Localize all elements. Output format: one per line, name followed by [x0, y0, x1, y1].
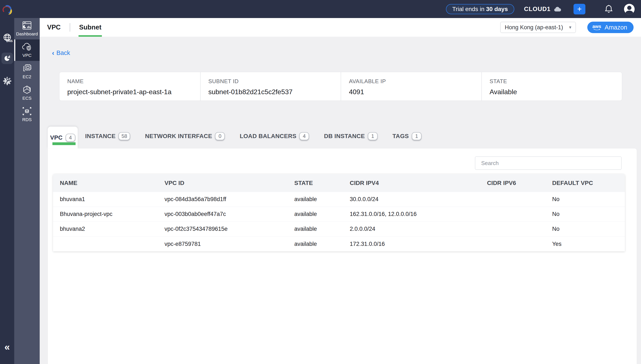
main-area: VPC Subnet Hong Kong (ap-east-1) ▾ aws A… [40, 18, 641, 364]
field-label: NAME [67, 78, 200, 85]
content-area: ‹ Back NAME project-subnet-private1-ap-e… [40, 37, 641, 364]
tab-count-badge: 4 [66, 134, 75, 142]
tab-count-badge: 4 [299, 132, 309, 140]
sidebar-item-label: ECS [22, 96, 32, 101]
icon-rail: DNS [0, 0, 14, 364]
ecs-container-icon [22, 85, 32, 94]
tab-network-interface[interactable]: NETWORK INTERFACE 0 [138, 127, 232, 146]
cell-default-vpc: Yes [545, 236, 625, 251]
cell-name [53, 236, 158, 251]
cell-cidr-ipv4: 30.0.0.0/24 [343, 192, 480, 206]
tab-content-panel: NAME VPC ID STATE CIDR IPV4 CIDR IPV6 DE… [48, 148, 637, 364]
collapse-sidebar-button[interactable]: « [0, 341, 14, 352]
cell-name: bhuvana1 [53, 192, 158, 206]
tab-label: VPC [50, 134, 63, 141]
search-input[interactable] [475, 156, 621, 170]
app-logo[interactable] [2, 4, 13, 16]
cell-cidr-ipv6 [480, 222, 545, 236]
sidebar-item-dns[interactable]: DNS [0, 33, 14, 43]
tab-load-balancers[interactable]: LOAD BALANCERS 4 [232, 127, 316, 146]
topbar: Trial ends in 30 days CLOUD1 + [0, 0, 641, 18]
avatar-shoulders [625, 10, 633, 14]
field-value: subnet-01b82d21c5c2fe537 [208, 88, 341, 96]
active-tab-underline [79, 35, 102, 37]
cell-vpc-id: vpc-003b0ab0eeff47a7c [158, 207, 288, 222]
table-row[interactable]: bhuvana1 vpc-084d3a56a7b98d1ff available… [53, 192, 625, 207]
tab-vpc[interactable]: VPC 4 [48, 127, 78, 148]
sidebar-item-monitoring[interactable] [0, 52, 14, 64]
sidebar-item-label: RDS [22, 117, 32, 122]
back-label: Back [57, 50, 70, 56]
add-button[interactable]: + [573, 4, 585, 14]
avatar-head [627, 6, 631, 10]
chevron-down-icon: ▾ [569, 24, 571, 30]
header-tab-subnet[interactable]: Subnet [78, 18, 102, 37]
sidebar-item-vpc[interactable]: VPC [14, 40, 40, 61]
pie-chart-icon [2, 52, 13, 64]
sidebar-item-dashboard[interactable]: Dashboard [14, 18, 40, 40]
cloud-icon [553, 6, 561, 12]
tab-label: DB INSTANCE [324, 133, 365, 140]
cell-state: available [288, 192, 343, 206]
service-sidebar: Dashboard VPC EC2 [14, 18, 40, 364]
vpc-table: NAME VPC ID STATE CIDR IPV4 CIDR IPV6 DE… [53, 174, 625, 251]
table-row[interactable]: bhuvana2 vpc-0f2c375434789615e available… [53, 222, 625, 236]
cell-vpc-id: vpc-0f2c375434789615e [158, 222, 288, 236]
tab-tags[interactable]: TAGS 1 [385, 127, 429, 146]
gear-wrench-icon [3, 76, 12, 86]
ec2-chip-icon [22, 64, 32, 73]
table-row[interactable]: Bhuvana-project-vpc vpc-003b0ab0eeff47a7… [53, 207, 625, 222]
cell-default-vpc: No [545, 222, 625, 236]
column-header-default-vpc: DEFAULT VPC [545, 174, 625, 192]
cell-cidr-ipv4: 2.0.0.0/24 [343, 222, 480, 236]
page-header: VPC Subnet Hong Kong (ap-east-1) ▾ aws A… [40, 18, 641, 37]
tab-label: INSTANCE [85, 133, 116, 140]
plus-glyph: + [577, 5, 581, 14]
header-tab-label: Subnet [79, 24, 102, 31]
tab-db-instance[interactable]: DB INSTANCE 1 [316, 127, 385, 146]
sidebar-item-ecs[interactable]: ECS [14, 82, 40, 104]
field-label: SUBNET ID [208, 78, 341, 85]
sidebar-item-label: VPC [22, 53, 32, 58]
cell-cidr-ipv6 [480, 207, 545, 222]
cell-vpc-id: vpc-e8759781 [158, 236, 288, 251]
summary-field-available-ip: AVAILABLE IP 4091 [341, 72, 481, 100]
cell-cidr-ipv4: 172.31.0.0/16 [343, 236, 480, 251]
cell-cidr-ipv4: 162.31.0.0/16, 12.0.0.0/16 [343, 207, 480, 222]
sidebar-item-label: Dashboard [16, 32, 38, 36]
header-tab-vpc[interactable]: VPC [46, 18, 62, 37]
dashboard-icon [22, 21, 32, 30]
tab-count-badge: 58 [119, 132, 130, 140]
sidebar-item-settings[interactable] [0, 76, 14, 86]
chevron-left-icon: ‹ [52, 49, 54, 57]
provider-amazon-button[interactable]: aws Amazon [587, 22, 633, 33]
field-value: 4091 [349, 88, 481, 96]
header-tab-label: VPC [47, 24, 61, 31]
column-header-vpc-id: VPC ID [158, 174, 288, 192]
tab-instance[interactable]: INSTANCE 58 [78, 127, 138, 146]
sidebar-item-ec2[interactable]: EC2 [14, 61, 40, 82]
column-header-name: NAME [53, 174, 158, 192]
cell-state: available [288, 236, 343, 251]
summary-field-name: NAME project-subnet-private1-ap-east-1a [60, 72, 200, 100]
tab-count-badge: 1 [368, 132, 378, 140]
sidebar-item-rds[interactable]: RDS [14, 104, 40, 125]
aws-logo-icon: aws [592, 24, 601, 30]
tab-count-badge: 1 [412, 132, 421, 140]
back-button[interactable]: ‹ Back [52, 49, 70, 57]
cell-default-vpc: No [545, 192, 625, 206]
table-row[interactable]: vpc-e8759781 available 172.31.0.0/16 Yes [53, 236, 625, 251]
region-selector[interactable]: Hong Kong (ap-east-1) ▾ [500, 22, 576, 33]
tab-label: NETWORK INTERFACE [145, 133, 212, 140]
field-label: STATE [490, 78, 622, 85]
summary-field-subnet-id: SUBNET ID subnet-01b82d21c5c2fe537 [200, 72, 341, 100]
notifications-bell-icon[interactable] [604, 4, 613, 14]
resource-tabs: VPC 4 INSTANCE 58 NETWORK INTERFACE 0 LO… [48, 127, 429, 148]
trial-badge[interactable]: Trial ends in 30 days [446, 4, 514, 14]
active-tab-indicator [53, 142, 76, 145]
field-value: Available [490, 88, 622, 96]
cell-default-vpc: No [545, 207, 625, 222]
field-value: project-subnet-private1-ap-east-1a [67, 88, 200, 96]
user-avatar[interactable] [624, 4, 635, 14]
sidebar-item-label: EC2 [23, 74, 32, 79]
